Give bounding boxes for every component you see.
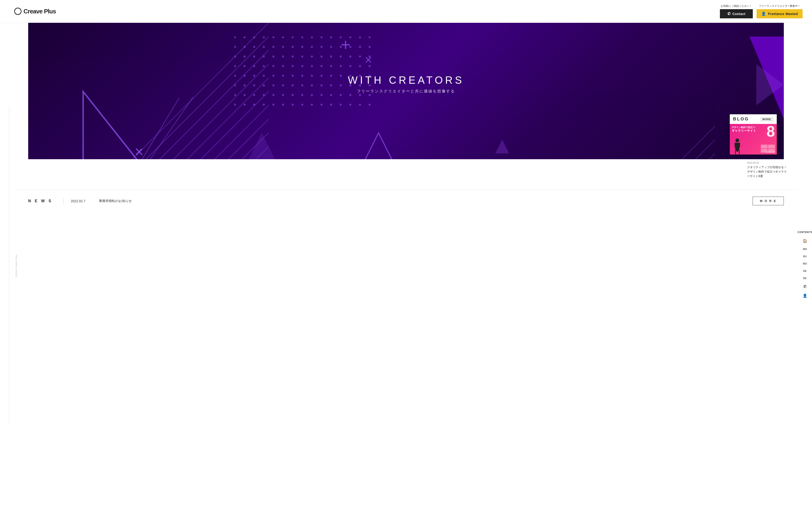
news-label: N E W S — [28, 199, 56, 203]
svg-text:+: + — [341, 35, 350, 54]
svg-line-5 — [28, 23, 330, 159]
blog-info: 2022.09.15 クオリティアップが目指せる！デザイン制作で役立つギャラリー… — [744, 159, 791, 181]
blog-title: クオリティアップが目指せる！デザイン制作で役立つギャラリーサイト8選 — [747, 165, 787, 179]
freelance-cta: フリーランスクリエイター募集中！ 👤 Freelance Wanted — [756, 4, 802, 18]
left-line — [9, 106, 9, 212]
hero-title: WITH CREATORS — [348, 74, 464, 86]
blog-card: BLOG MORE デザイン制作で役立つ ギャラリーサイト 8 — [730, 114, 777, 154]
blog-image-number: 8 — [766, 124, 775, 139]
blog-image: デザイン制作で役立つ ギャラリーサイト 8 Quality up! — [730, 124, 777, 154]
svg-line-4 — [28, 23, 317, 159]
svg-point-71 — [735, 139, 739, 142]
svg-line-3 — [28, 23, 303, 159]
svg-point-1 — [18, 10, 21, 12]
blog-card-header: BLOG MORE — [730, 114, 777, 124]
header-right: お気軽にご相談ください！ ✆ Contact フリーランスクリエイター募集中！ … — [720, 4, 802, 18]
blog-date: 2022.09.15 — [747, 162, 787, 164]
svg-marker-36 — [248, 133, 276, 159]
contact-label: お気軽にご相談ください！ — [721, 4, 752, 8]
svg-line-7 — [49, 23, 358, 159]
svg-line-24 — [83, 121, 166, 159]
svg-marker-64 — [495, 140, 509, 153]
hero: × × × + + — [28, 23, 784, 159]
contact-cta: お気軽にご相談ください！ ✆ Contact — [720, 4, 753, 18]
svg-marker-45 — [365, 133, 392, 159]
news-bar: N E W S 2022.02.7 事務所移転のお知らせ M O R E — [14, 190, 798, 212]
svg-line-23 — [83, 143, 152, 159]
blog-quality-label: Quality up! — [766, 151, 775, 153]
svg-marker-44 — [750, 37, 784, 119]
hero-subtitle: フリーランスクリエイターと共に価値を想像する — [348, 89, 464, 94]
svg-rect-2 — [28, 23, 269, 159]
svg-marker-18 — [83, 92, 214, 159]
contact-button[interactable]: ✆ Contact — [720, 9, 753, 18]
freelance-label: フリーランスクリエイター募集中！ — [759, 4, 800, 8]
blog-more-button[interactable]: MORE — [760, 117, 773, 122]
logo[interactable]: Creave Plus — [14, 8, 56, 15]
hero-wrapper: × × × + + — [14, 23, 798, 159]
blog-person-icon — [733, 138, 742, 154]
blog-label: BLOG — [733, 117, 749, 122]
blog-image-text: デザイン制作で役立つ ギャラリーサイト — [731, 126, 756, 133]
freelance-button[interactable]: 👤 Freelance Wanted — [756, 9, 802, 18]
hero-text: WITH CREATORS フリーランスクリエイターと共に価値を想像する — [348, 74, 464, 94]
svg-line-25 — [83, 98, 179, 159]
news-more-button[interactable]: M O R E — [753, 197, 784, 205]
news-divider — [63, 198, 64, 204]
svg-rect-46 — [509, 92, 715, 159]
news-text: 事務所移転のお知らせ — [99, 199, 753, 203]
news-date: 2022.02.7 — [71, 199, 94, 203]
logo-text: Creave Plus — [24, 8, 56, 15]
svg-line-9 — [76, 23, 386, 159]
svg-text:×: × — [365, 53, 372, 67]
svg-text:×: × — [135, 143, 144, 159]
svg-line-8 — [62, 23, 372, 159]
svg-line-26 — [83, 97, 193, 159]
svg-line-6 — [35, 23, 344, 159]
svg-marker-70 — [756, 64, 784, 105]
header: Creave Plus お気軽にご相談ください！ ✆ Contact フリーラン… — [0, 0, 812, 23]
